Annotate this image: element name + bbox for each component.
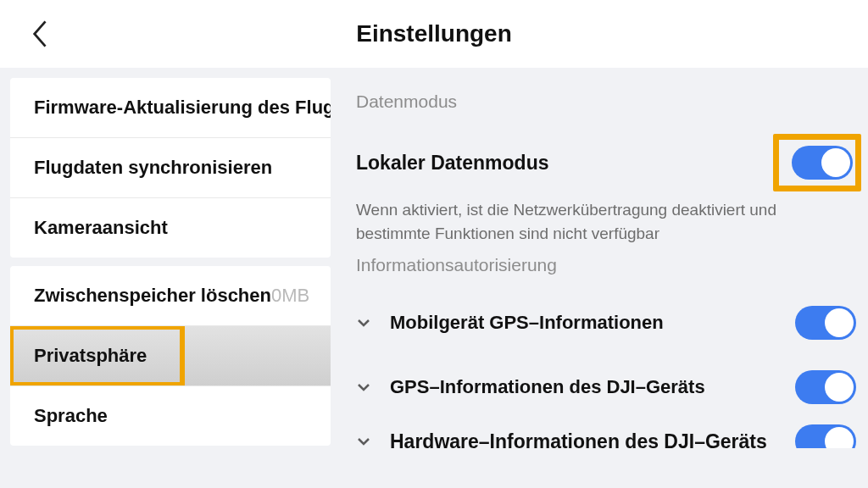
sidebar-item-label: Zwischenspeicher löschen <box>34 285 271 307</box>
row-dji-hardware-info[interactable]: Hardware–Informationen des DJI–Geräts <box>354 419 860 448</box>
sidebar-group-1: Firmware-Aktualisierung des Flug Flugdat… <box>10 78 331 258</box>
sidebar-item-camera-view[interactable]: Kameraansicht <box>10 197 331 258</box>
chevron-left-icon <box>31 19 50 49</box>
sidebar: Firmware-Aktualisierung des Flug Flugdat… <box>0 68 331 488</box>
row-local-data-mode: Lokaler Datenmodus <box>354 127 860 198</box>
cache-size-value: 0MB <box>271 285 309 307</box>
sidebar-item-label: Kameraansicht <box>34 217 168 239</box>
chevron-down-icon <box>356 380 371 395</box>
row-dji-gps-info[interactable]: GPS–Informationen des DJI–Geräts <box>354 355 860 419</box>
section-header-infoauth: Informationsautorisierung <box>356 255 860 275</box>
page-title: Einstellungen <box>356 20 512 47</box>
toggle-dji-gps[interactable] <box>795 370 856 404</box>
sidebar-item-label: Privatsphäre <box>34 345 147 367</box>
toggle-wrap-local-data-mode <box>788 142 856 183</box>
sidebar-item-privacy[interactable]: Privatsphäre <box>10 325 331 385</box>
app-header: Einstellungen <box>0 0 868 68</box>
local-data-mode-label: Lokaler Datenmodus <box>356 152 549 175</box>
toggle-dji-hardware[interactable] <box>795 424 856 448</box>
auth-item-label: Hardware–Informationen des DJI–Geräts <box>390 430 767 449</box>
chevron-down-icon <box>356 434 371 448</box>
toggle-mobile-gps[interactable] <box>795 306 856 340</box>
sidebar-group-2: Zwischenspeicher löschen 0MB Privatsphär… <box>10 266 331 446</box>
sidebar-item-label: Sprache <box>34 405 108 427</box>
auth-item-label: Mobilgerät GPS–Informationen <box>390 312 664 334</box>
row-mobile-gps-info[interactable]: Mobilgerät GPS–Informationen <box>354 291 860 355</box>
row-left: Mobilgerät GPS–Informationen <box>356 312 664 334</box>
sidebar-item-sync-flight-data[interactable]: Flugdaten synchronisieren <box>10 137 331 197</box>
back-button[interactable] <box>24 17 58 51</box>
row-left: GPS–Informationen des DJI–Geräts <box>356 376 705 398</box>
main-panel: Datenmodus Lokaler Datenmodus Wenn aktiv… <box>331 68 868 488</box>
section-header-datamode: Datenmodus <box>356 92 860 112</box>
sidebar-item-clear-cache[interactable]: Zwischenspeicher löschen 0MB <box>10 266 331 325</box>
sidebar-item-label: Firmware-Aktualisierung des Flug <box>34 97 331 119</box>
local-data-mode-description: Wenn aktiviert, ist die Netzwerkübertrag… <box>356 198 851 245</box>
toggle-local-data-mode[interactable] <box>792 146 853 180</box>
sidebar-item-label: Flugdaten synchronisieren <box>34 157 272 179</box>
body: Firmware-Aktualisierung des Flug Flugdat… <box>0 68 868 488</box>
sidebar-item-language[interactable]: Sprache <box>10 385 331 446</box>
sidebar-item-firmware-update[interactable]: Firmware-Aktualisierung des Flug <box>10 78 331 137</box>
chevron-down-icon <box>356 315 371 330</box>
auth-item-label: GPS–Informationen des DJI–Geräts <box>390 376 705 398</box>
row-left: Hardware–Informationen des DJI–Geräts <box>356 430 767 449</box>
